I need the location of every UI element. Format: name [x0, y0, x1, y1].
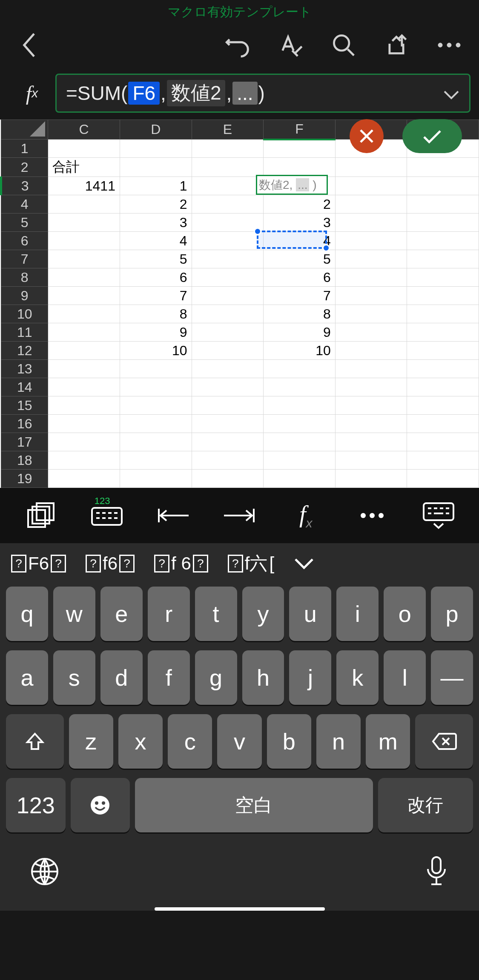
cell-E14[interactable]	[192, 378, 264, 396]
cell-E10[interactable]	[192, 305, 264, 323]
cell-F11[interactable]: 9	[264, 323, 336, 342]
cell-C2[interactable]: 合計	[48, 158, 120, 177]
cell-F1[interactable]	[264, 140, 336, 158]
cell-D12[interactable]: 10	[120, 342, 192, 360]
cell-E1[interactable]	[192, 140, 264, 158]
suggestion-2[interactable]: ?f6?	[86, 553, 135, 574]
row-header-10[interactable]: 10	[1, 305, 48, 323]
cell-E3[interactable]	[192, 177, 264, 195]
more-menu-button[interactable]	[432, 28, 466, 62]
cell-G19[interactable]	[335, 470, 407, 488]
cell-E16[interactable]	[192, 415, 264, 433]
cell-F16[interactable]	[264, 415, 336, 433]
cell-C5[interactable]	[48, 214, 120, 232]
home-indicator[interactable]	[155, 907, 325, 911]
cell-H4[interactable]	[407, 195, 479, 214]
cell-G8[interactable]	[335, 268, 407, 287]
numbers-key[interactable]: 123	[6, 778, 66, 832]
row-header-9[interactable]: 9	[1, 287, 48, 305]
cell-C8[interactable]	[48, 268, 120, 287]
suggestion-collapse-icon[interactable]	[294, 558, 314, 570]
row-header-18[interactable]: 18	[1, 451, 48, 470]
key-g[interactable]: g	[195, 650, 237, 705]
cell-D5[interactable]: 3	[120, 214, 192, 232]
cell-D18[interactable]	[120, 451, 192, 470]
cell-F14[interactable]	[264, 378, 336, 396]
cell-E5[interactable]	[192, 214, 264, 232]
cell-G4[interactable]	[335, 195, 407, 214]
key-m[interactable]: m	[366, 714, 410, 769]
cell-H12[interactable]	[407, 342, 479, 360]
cell-F5[interactable]: 3	[264, 214, 336, 232]
spreadsheet[interactable]: CDEFGH12合計314111422533644755866977108811…	[0, 120, 479, 488]
cell-C17[interactable]	[48, 433, 120, 451]
cell-G3[interactable]	[335, 177, 407, 195]
cell-H8[interactable]	[407, 268, 479, 287]
row-header-6[interactable]: 6	[1, 232, 48, 250]
key-o[interactable]: o	[384, 587, 426, 641]
cell-C12[interactable]	[48, 342, 120, 360]
row-header-2[interactable]: 2	[1, 158, 48, 177]
key-j[interactable]: j	[289, 650, 331, 705]
cell-F3[interactable]	[264, 177, 336, 195]
cell-C9[interactable]	[48, 287, 120, 305]
row-header-7[interactable]: 7	[1, 250, 48, 268]
cell-E8[interactable]	[192, 268, 264, 287]
cell-C16[interactable]	[48, 415, 120, 433]
cell-G6[interactable]	[335, 232, 407, 250]
share-button[interactable]	[379, 28, 413, 62]
cell-D1[interactable]	[120, 140, 192, 158]
col-header-C[interactable]: C	[48, 120, 120, 140]
cell-F12[interactable]: 10	[264, 342, 336, 360]
cell-D17[interactable]	[120, 433, 192, 451]
col-header-E[interactable]: E	[192, 120, 264, 140]
cell-C19[interactable]	[48, 470, 120, 488]
cell-G16[interactable]	[335, 415, 407, 433]
cell-G2[interactable]	[335, 158, 407, 177]
col-header-D[interactable]: D	[120, 120, 192, 140]
cell-D14[interactable]	[120, 378, 192, 396]
font-format-button[interactable]	[274, 28, 308, 62]
key-z[interactable]: z	[69, 714, 113, 769]
cell-D7[interactable]: 5	[120, 250, 192, 268]
cell-C18[interactable]	[48, 451, 120, 470]
cell-F17[interactable]	[264, 433, 336, 451]
row-header-13[interactable]: 13	[1, 360, 48, 378]
cell-E6[interactable]	[192, 232, 264, 250]
key-e[interactable]: e	[100, 587, 143, 641]
suggestion-3[interactable]: ?f 6?	[154, 553, 208, 574]
cell-E12[interactable]	[192, 342, 264, 360]
cell-C10[interactable]	[48, 305, 120, 323]
cell-F10[interactable]: 8	[264, 305, 336, 323]
cell-C3[interactable]: 1411	[48, 177, 120, 195]
key-y[interactable]: y	[242, 587, 284, 641]
key-t[interactable]: t	[195, 587, 237, 641]
cell-G9[interactable]	[335, 287, 407, 305]
cell-H13[interactable]	[407, 360, 479, 378]
formula-expand-icon[interactable]	[443, 82, 460, 105]
key-u[interactable]: u	[289, 587, 331, 641]
key-s[interactable]: s	[53, 650, 95, 705]
cell-G13[interactable]	[335, 360, 407, 378]
back-button[interactable]	[13, 28, 47, 62]
cell-H14[interactable]	[407, 378, 479, 396]
cell-E13[interactable]	[192, 360, 264, 378]
row-header-12[interactable]: 12	[1, 342, 48, 360]
cell-C6[interactable]	[48, 232, 120, 250]
cell-H18[interactable]	[407, 451, 479, 470]
cell-G17[interactable]	[335, 433, 407, 451]
cell-E17[interactable]	[192, 433, 264, 451]
cell-D4[interactable]: 2	[120, 195, 192, 214]
cell-G5[interactable]	[335, 214, 407, 232]
cell-E19[interactable]	[192, 470, 264, 488]
shift-key[interactable]	[6, 714, 64, 769]
selected-range-highlight[interactable]	[257, 231, 327, 249]
cell-D6[interactable]: 4	[120, 232, 192, 250]
cell-D10[interactable]: 8	[120, 305, 192, 323]
cell-E2[interactable]	[192, 158, 264, 177]
cell-D3[interactable]: 1	[120, 177, 192, 195]
cell-E15[interactable]	[192, 396, 264, 415]
col-header-F[interactable]: F	[264, 120, 336, 140]
cell-G7[interactable]	[335, 250, 407, 268]
cell-D9[interactable]: 7	[120, 287, 192, 305]
